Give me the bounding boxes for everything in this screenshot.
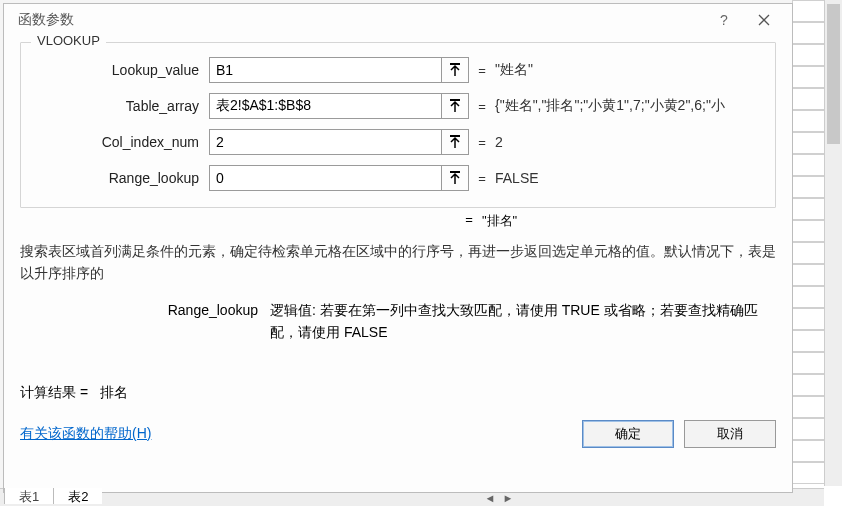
range-selector-icon[interactable]: [441, 93, 469, 119]
param-help-name: Range_lookup: [140, 299, 270, 344]
svg-rect-2: [450, 135, 460, 137]
equals-sign: =: [469, 171, 495, 186]
param-result: {"姓名","排名";"小黄1",7;"小黄2",6;"小: [495, 97, 763, 115]
param-result: "姓名": [495, 61, 763, 79]
svg-rect-3: [450, 171, 460, 173]
range-selector-icon[interactable]: [441, 129, 469, 155]
range-lookup-input[interactable]: [209, 165, 441, 191]
svg-rect-1: [450, 99, 460, 101]
equals-sign: =: [456, 212, 482, 230]
col-index-num-input[interactable]: [209, 129, 441, 155]
sheet-tab-2[interactable]: 表2: [53, 488, 102, 504]
param-help-text: 逻辑值: 若要在第一列中查找大致匹配，请使用 TRUE 或省略；若要查找精确匹配…: [270, 299, 776, 344]
lookup-value-input[interactable]: [209, 57, 441, 83]
param-help: Range_lookup 逻辑值: 若要在第一列中查找大致匹配，请使用 TRUE…: [140, 299, 776, 344]
calculation-result: 计算结果 = 排名: [20, 384, 776, 402]
param-row-lookup-value: Lookup_value = "姓名": [33, 57, 763, 83]
dialog-titlebar[interactable]: 函数参数 ?: [4, 4, 792, 36]
param-groupbox: VLOOKUP Lookup_value = "姓名" Table_array: [20, 42, 776, 208]
param-result: FALSE: [495, 170, 763, 186]
sheet-tab-1[interactable]: 表1: [4, 488, 54, 504]
table-array-input[interactable]: [209, 93, 441, 119]
help-icon[interactable]: ?: [704, 7, 744, 33]
function-arguments-dialog: 函数参数 ? VLOOKUP Lookup_value = "姓名" Table…: [3, 3, 793, 493]
param-row-range-lookup: Range_lookup = FALSE: [33, 165, 763, 191]
param-label: Col_index_num: [33, 134, 209, 150]
equals-sign: =: [469, 135, 495, 150]
function-help-link[interactable]: 有关该函数的帮助(H): [20, 425, 151, 443]
param-result: 2: [495, 134, 763, 150]
vertical-scrollbar[interactable]: [824, 0, 842, 486]
close-icon[interactable]: [744, 7, 784, 33]
param-row-table-array: Table_array = {"姓名","排名";"小黄1",7;"小黄2",6…: [33, 93, 763, 119]
function-result-row: = "排名": [20, 212, 776, 230]
scrollbar-thumb[interactable]: [827, 4, 840, 144]
function-description: 搜索表区域首列满足条件的元素，确定待检索单元格在区域中的行序号，再进一步返回选定…: [20, 240, 776, 285]
equals-sign: =: [469, 63, 495, 78]
function-name: VLOOKUP: [31, 33, 106, 48]
cancel-button[interactable]: 取消: [684, 420, 776, 448]
svg-rect-0: [450, 63, 460, 65]
param-row-col-index-num: Col_index_num = 2: [33, 129, 763, 155]
param-label: Table_array: [33, 98, 209, 114]
range-selector-icon[interactable]: [441, 57, 469, 83]
param-label: Range_lookup: [33, 170, 209, 186]
dialog-title: 函数参数: [18, 11, 704, 29]
equals-sign: =: [469, 99, 495, 114]
ok-button[interactable]: 确定: [582, 420, 674, 448]
function-result: "排名": [482, 212, 517, 230]
sheet-tabs: 表1 表2: [4, 488, 102, 504]
range-selector-icon[interactable]: [441, 165, 469, 191]
param-label: Lookup_value: [33, 62, 209, 78]
